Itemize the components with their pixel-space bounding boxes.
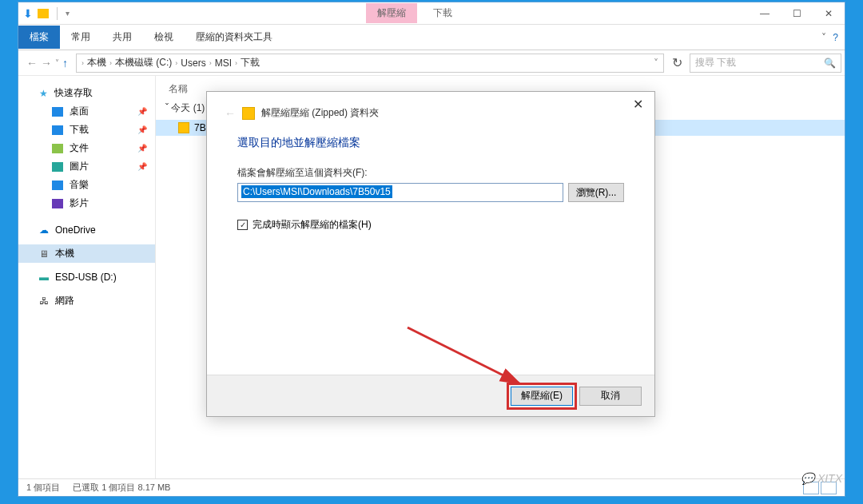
document-icon <box>52 144 63 153</box>
nav-back-icon[interactable]: ← <box>26 57 38 69</box>
separator <box>57 7 58 20</box>
sidebar-this-pc[interactable]: 🖥本機 <box>18 244 155 263</box>
watermark: 💬 XITX <box>801 472 842 485</box>
search-input[interactable]: 搜尋 下載 🔍 <box>690 54 841 73</box>
sidebar-item-documents[interactable]: 文件📌 <box>18 139 155 157</box>
picture-icon <box>52 162 63 172</box>
ribbon-help-icon[interactable]: ? <box>833 32 838 43</box>
breadcrumb-item[interactable]: 本機磁碟 (C:) <box>115 56 172 69</box>
dialog-header-text: 解壓縮壓縮 (Zipped) 資料夾 <box>261 106 379 120</box>
usb-icon: ▬ <box>39 272 49 283</box>
column-name[interactable]: 名稱 <box>169 82 188 96</box>
breadcrumb-dropdown-icon[interactable]: ˅ <box>654 58 658 69</box>
statusbar: 1 個項目 已選取 1 個項目 8.17 MB <box>18 478 845 496</box>
sidebar-quick-access[interactable]: ★快速存取 <box>18 84 155 102</box>
star-icon: ★ <box>39 88 48 99</box>
pin-icon: 📌 <box>137 107 147 116</box>
nav-history-icon[interactable]: ˅ <box>55 58 59 67</box>
dialog-back-icon: ← <box>225 107 236 120</box>
ribbon-tab-view[interactable]: 檢視 <box>143 26 185 49</box>
qat-dropdown-icon[interactable]: ▾ <box>66 9 70 18</box>
ribbon-tab-file[interactable]: 檔案 <box>18 26 60 49</box>
extract-button[interactable]: 解壓縮(E) <box>511 387 573 406</box>
breadcrumb[interactable]: › 本機› 本機磁碟 (C:)› Users› MSI› 下載 ˅ <box>76 54 664 73</box>
video-icon <box>52 199 63 208</box>
maximize-button[interactable]: ☐ <box>781 2 813 25</box>
destination-input[interactable]: C:\Users\MSI\Downloads\7B50v15 <box>237 183 563 202</box>
sidebar-onedrive[interactable]: ☁OneDrive <box>18 222 155 238</box>
ribbon: 檔案 常用 共用 檢視 壓縮的資料夾工具 ˅ ? <box>18 25 845 50</box>
titlebar: ⬇ ▾ 解壓縮 下載 — ☐ ✕ <box>18 2 845 25</box>
cloud-icon: ☁ <box>39 224 49 236</box>
ribbon-tab-home[interactable]: 常用 <box>60 26 101 49</box>
sidebar-item-pictures[interactable]: 圖片📌 <box>18 157 155 176</box>
breadcrumb-item[interactable]: 下載 <box>241 56 260 69</box>
sidebar-usb-drive[interactable]: ▬ESD-USB (D:) <box>18 269 155 285</box>
checkbox-icon: ✓ <box>237 220 248 230</box>
pin-icon: 📌 <box>137 162 147 171</box>
cancel-button[interactable]: 取消 <box>579 387 642 406</box>
ribbon-tab-compressed-tools[interactable]: 壓縮的資料夾工具 <box>185 26 284 49</box>
checkbox-label: 完成時顯示解壓縮的檔案(H) <box>253 218 372 232</box>
pin-icon: 📌 <box>137 125 147 134</box>
zip-folder-icon <box>178 122 189 133</box>
close-button[interactable]: ✕ <box>813 2 845 25</box>
pin-icon: 📌 <box>137 144 147 153</box>
sidebar: ★快速存取 桌面📌 下載📌 文件📌 圖片📌 音樂 影片 ☁OneDrive 🖥本… <box>18 76 156 478</box>
sidebar-item-music[interactable]: 音樂 <box>18 176 155 194</box>
breadcrumb-item[interactable]: Users <box>181 58 205 69</box>
breadcrumb-item[interactable]: 本機 <box>87 56 106 69</box>
sidebar-network[interactable]: 🖧網路 <box>18 292 155 310</box>
dialog-destination-label: 檔案會解壓縮至這個資料夾(F): <box>237 166 624 180</box>
extract-dialog: ✕ ← 解壓縮壓縮 (Zipped) 資料夾 選取目的地並解壓縮檔案 檔案會解壓… <box>206 91 655 417</box>
pc-icon: 🖥 <box>39 248 49 260</box>
refresh-icon[interactable]: ↻ <box>667 55 686 70</box>
browse-button[interactable]: 瀏覽(R)... <box>568 183 624 202</box>
down-arrow-icon[interactable]: ⬇ <box>23 7 33 20</box>
network-icon: 🖧 <box>39 296 49 307</box>
nav-forward-icon[interactable]: → <box>41 57 52 69</box>
show-files-checkbox[interactable]: ✓ 完成時顯示解壓縮的檔案(H) <box>237 218 624 232</box>
window-title: 下載 <box>433 6 452 20</box>
sidebar-item-downloads[interactable]: 下載📌 <box>18 121 155 139</box>
nav-up-icon[interactable]: ↑ <box>62 57 68 69</box>
dialog-title: 選取目的地並解壓縮檔案 <box>237 136 624 150</box>
wechat-icon: 💬 <box>801 472 814 485</box>
desktop-icon <box>52 107 63 117</box>
addressbar: ← → ˅ ↑ › 本機› 本機磁碟 (C:)› Users› MSI› 下載 … <box>18 50 845 76</box>
folder-icon <box>38 9 49 18</box>
zip-icon <box>242 107 255 120</box>
ribbon-tab-share[interactable]: 共用 <box>101 26 143 49</box>
minimize-button[interactable]: — <box>749 2 781 25</box>
contextual-tab-extract[interactable]: 解壓縮 <box>366 3 417 23</box>
search-placeholder: 搜尋 下載 <box>695 56 736 69</box>
sidebar-item-videos[interactable]: 影片 <box>18 194 155 212</box>
status-selected: 已選取 1 個項目 8.17 MB <box>73 482 170 494</box>
ribbon-expand-icon[interactable]: ˅ <box>821 32 826 43</box>
dialog-close-button[interactable]: ✕ <box>626 95 650 113</box>
music-icon <box>52 181 63 190</box>
breadcrumb-item[interactable]: MSI <box>215 58 232 69</box>
status-count: 1 個項目 <box>26 482 60 494</box>
search-icon: 🔍 <box>824 58 836 69</box>
download-icon <box>52 125 63 135</box>
sidebar-item-desktop[interactable]: 桌面📌 <box>18 102 155 121</box>
